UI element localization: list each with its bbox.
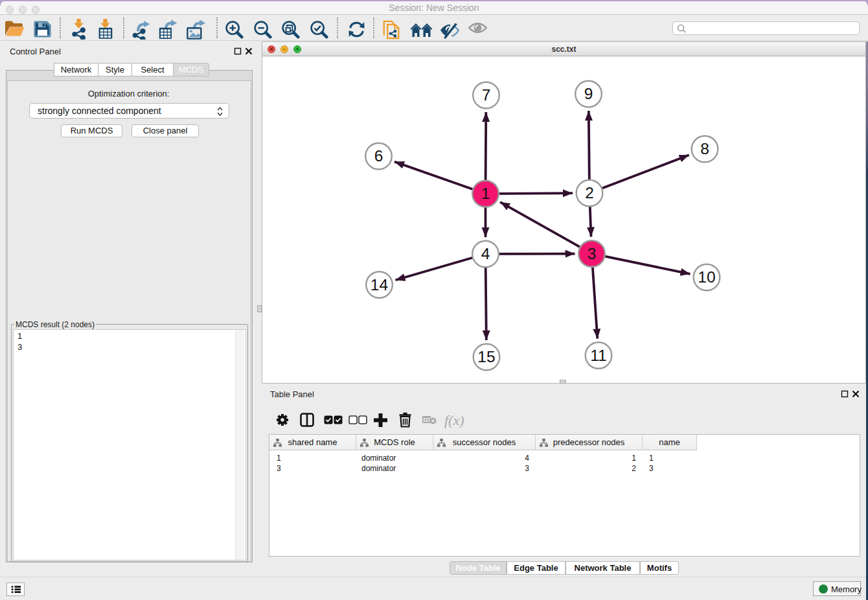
- svg-text:8: 8: [700, 140, 709, 157]
- svg-text:7: 7: [482, 86, 491, 104]
- svg-text:10: 10: [698, 268, 715, 286]
- svg-text:6: 6: [374, 147, 383, 165]
- svg-text:2: 2: [585, 184, 594, 202]
- svg-text:11: 11: [590, 347, 606, 364]
- svg-text:3: 3: [588, 245, 597, 262]
- svg-text:14: 14: [371, 276, 388, 294]
- svg-text:4: 4: [481, 245, 490, 262]
- svg-text:9: 9: [584, 85, 593, 102]
- svg-text:15: 15: [477, 348, 495, 365]
- svg-text:1: 1: [481, 185, 490, 202]
